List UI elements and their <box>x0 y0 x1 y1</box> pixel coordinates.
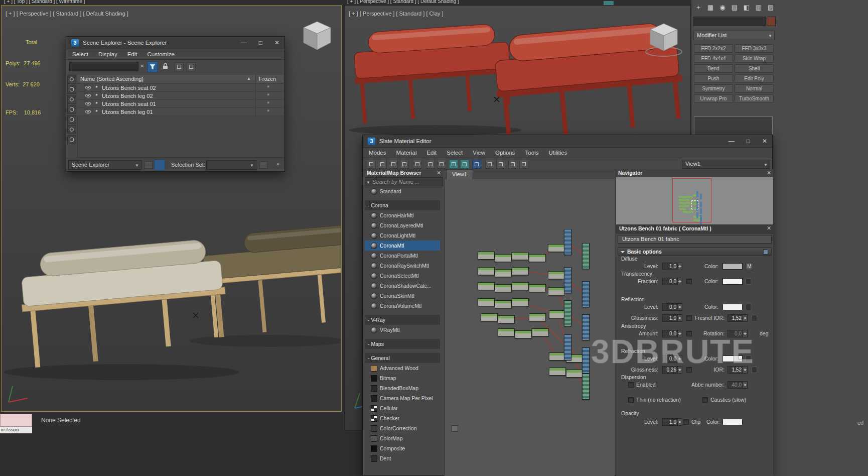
map-node[interactable] <box>498 328 515 336</box>
display-all-icon[interactable] <box>67 75 76 84</box>
modifier-button-normal[interactable]: Normal <box>735 84 774 93</box>
scene-object-row[interactable]: ●Utzons Bench leg 01* <box>77 108 283 116</box>
translucency-map-slot[interactable] <box>746 278 751 285</box>
map-node[interactable] <box>495 284 512 292</box>
material-node[interactable] <box>582 281 590 307</box>
browser-section-corona[interactable]: - Corona <box>365 200 440 210</box>
layer-explorer-icon[interactable] <box>144 161 153 169</box>
dispersion-enabled-checkbox[interactable] <box>628 382 634 388</box>
browser-item-standard[interactable]: Standard <box>365 186 440 196</box>
rotation-spinner[interactable]: 0,0 <box>728 330 748 337</box>
map-node[interactable] <box>549 310 566 318</box>
browser-item-bitmap[interactable]: Bitmap <box>365 373 440 383</box>
more-chevrons[interactable]: » <box>276 161 279 167</box>
material-node[interactable] <box>582 314 590 340</box>
map-node[interactable] <box>548 271 565 279</box>
browser-item-checker[interactable]: Checker <box>365 413 440 423</box>
layout-children-icon[interactable] <box>496 160 505 169</box>
browser-item-coronashadowcatc[interactable]: CoronaShadowCatc... <box>365 281 440 291</box>
modifier-button-ffd-2x2x2[interactable]: FFD 2x2x2 <box>694 44 733 53</box>
name-column-header[interactable]: Name (Sorted Ascending) <box>80 76 143 82</box>
translucency-fraction-spinner[interactable]: 0,0 <box>662 278 682 285</box>
browser-item-vraymtl[interactable]: VRayMtl <box>365 325 440 335</box>
browser-item-coronaskinmtl[interactable]: CoronaSkinMtl <box>365 291 440 301</box>
viewcube[interactable] <box>644 20 684 63</box>
select-tool-icon[interactable] <box>367 160 376 169</box>
menu-modes[interactable]: Modes <box>369 150 386 156</box>
menu-tools[interactable]: Tools <box>525 150 539 156</box>
modifier-button-ffd-4x4x4[interactable]: FFD 4x4x4 <box>694 54 733 63</box>
refraction-gloss-spinner[interactable]: 0,26 <box>662 366 682 374</box>
assign-material-icon[interactable] <box>400 160 409 169</box>
map-node[interactable] <box>512 282 529 290</box>
menu-select[interactable]: Select <box>72 51 88 57</box>
slate-titlebar[interactable]: 3 Slate Material Editor — □ ✕ <box>363 135 772 148</box>
motion-tab-icon[interactable]: ◧ <box>742 3 752 13</box>
object-name[interactable]: Utzons Bench leg 01 <box>102 109 153 115</box>
browser-item-advanced-wood[interactable]: Advanced Wood <box>365 363 440 373</box>
menu-options[interactable]: Options <box>495 150 515 156</box>
fresnel-ior-spinner[interactable]: 1,52 <box>728 314 748 322</box>
browser-section-general[interactable]: - General <box>365 353 440 363</box>
menu-material[interactable]: Material <box>396 150 417 156</box>
menu-display[interactable]: Display <box>98 51 117 57</box>
ior-spinner[interactable]: 1,52 <box>728 366 748 374</box>
node-view-canvas[interactable] <box>444 179 615 476</box>
map-node[interactable] <box>529 313 546 321</box>
clip-checkbox[interactable] <box>683 419 689 425</box>
browser-item-coronalightmtl[interactable]: CoronaLightMtl <box>365 230 440 241</box>
material-node[interactable] <box>582 347 590 374</box>
menu-select[interactable]: Select <box>447 150 463 156</box>
modifier-button-skin-wrap[interactable]: Skin Wrap <box>735 54 774 63</box>
map-node[interactable] <box>512 298 529 306</box>
material-node[interactable] <box>564 267 571 293</box>
show-shaded-material-icon[interactable] <box>449 160 458 169</box>
view-selector-dropdown[interactable]: View1 ▼ <box>682 160 770 169</box>
map-node[interactable] <box>529 284 546 292</box>
browser-item-colormap[interactable]: ColorMap <box>365 433 440 443</box>
modifier-button-symmetry[interactable]: Symmetry <box>694 84 733 93</box>
viewport-label[interactable]: [ + ] [ Perspective ] [ Standard ] [ Def… <box>6 11 128 17</box>
modifier-button-turbosmooth[interactable]: TurboSmooth <box>735 94 774 103</box>
browser-item-coronahairmtl[interactable]: CoronaHairMtl <box>365 210 440 220</box>
map-node[interactable] <box>481 313 498 321</box>
map-node[interactable] <box>548 244 565 252</box>
scene-object-row[interactable]: ●Utzons Bench leg 02* <box>77 92 283 100</box>
scene-object-row[interactable]: ●Utzons Bench seat 02* <box>77 84 283 92</box>
browser-item-dent[interactable]: Dent <box>365 453 440 463</box>
material-node[interactable] <box>564 229 571 255</box>
menu-edit[interactable]: Edit <box>426 150 437 156</box>
delete-icon[interactable] <box>413 160 422 169</box>
refraction-level-spinner[interactable]: 0,0 <box>662 355 682 363</box>
browser-section-maps[interactable]: - Maps <box>365 339 440 349</box>
scene-explorer-titlebar[interactable]: 3 Scene Explorer - Scene Explorer — □ ✕ <box>66 37 284 49</box>
navigator-minimap[interactable] <box>616 177 773 224</box>
menu-utilities[interactable]: Utilities <box>548 150 567 156</box>
utilities-tab-icon[interactable]: ▨ <box>766 3 776 13</box>
map-node[interactable] <box>529 254 546 262</box>
browser-options-icon[interactable]: ▼ <box>366 180 370 185</box>
close-button[interactable]: ✕ <box>762 138 767 145</box>
minimize-button[interactable]: — <box>241 39 247 46</box>
anisotropy-amount-spinner[interactable]: 0,0 <box>662 330 682 337</box>
put-to-library-icon[interactable] <box>389 160 398 169</box>
list-column-header[interactable]: Name (Sorted Ascending) ▲ Frozen <box>77 75 283 83</box>
viewcube[interactable] <box>300 19 335 55</box>
abbe-spinner[interactable]: 40,0 <box>728 381 748 389</box>
map-node[interactable] <box>532 328 549 336</box>
material-node[interactable] <box>564 334 571 361</box>
map-node[interactable] <box>566 370 583 378</box>
explorer-selector-dropdown[interactable]: Scene Explorer ▼ <box>68 160 141 170</box>
browser-item-coronalayeredmtl[interactable]: CoronaLayeredMtl <box>365 220 440 230</box>
modifier-button-shell[interactable]: Shell <box>735 64 774 73</box>
object-name[interactable]: Utzons Bench leg 02 <box>102 93 153 99</box>
zoom-extents-icon[interactable] <box>508 160 517 169</box>
object-color-swatch[interactable] <box>767 17 776 26</box>
visibility-eye-icon[interactable] <box>85 86 91 89</box>
frozen-column-header[interactable]: Frozen <box>259 76 276 82</box>
close-icon[interactable]: ✕ <box>767 225 771 231</box>
refraction-map-slot[interactable] <box>746 355 751 362</box>
display-helpers-icon[interactable] <box>67 115 76 124</box>
browser-item-coronamtl[interactable]: CoronaMtl <box>365 241 440 251</box>
material-id-channel-icon[interactable] <box>472 160 481 169</box>
